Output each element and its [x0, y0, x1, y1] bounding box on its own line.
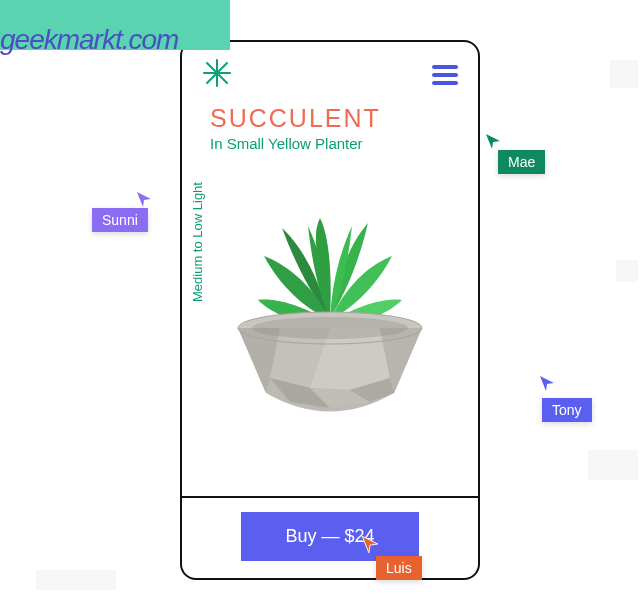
watermark-text: geekmarkt.com — [0, 24, 178, 56]
bg-pixel — [610, 60, 638, 88]
svg-point-6 — [252, 317, 408, 339]
phone-frame: SUCCULENT In Small Yellow Planter Medium… — [180, 40, 480, 580]
bg-pixel — [36, 570, 116, 590]
cursor-label-mae: Mae — [498, 150, 545, 174]
product-subtitle: In Small Yellow Planter — [182, 133, 478, 152]
cursor-sunni-icon — [135, 190, 153, 208]
product-illustration — [220, 208, 440, 442]
cursor-label-tony: Tony — [542, 398, 592, 422]
cursor-label-sunni: Sunni — [92, 208, 148, 232]
logo-asterisk-icon — [202, 58, 232, 92]
bg-pixel — [616, 260, 638, 282]
product-title: SUCCULENT — [182, 100, 478, 133]
menu-icon[interactable] — [432, 61, 458, 89]
product-image-area — [182, 162, 478, 442]
phone-header — [182, 42, 478, 100]
cursor-luis-icon — [360, 534, 380, 554]
buy-row: Buy — $24 — [182, 494, 478, 578]
bg-pixel — [588, 450, 638, 480]
cursor-label-luis: Luis — [376, 556, 422, 580]
buy-button[interactable]: Buy — $24 — [241, 512, 418, 561]
cursor-tony-icon — [538, 374, 556, 392]
cursor-mae-icon — [484, 132, 502, 150]
